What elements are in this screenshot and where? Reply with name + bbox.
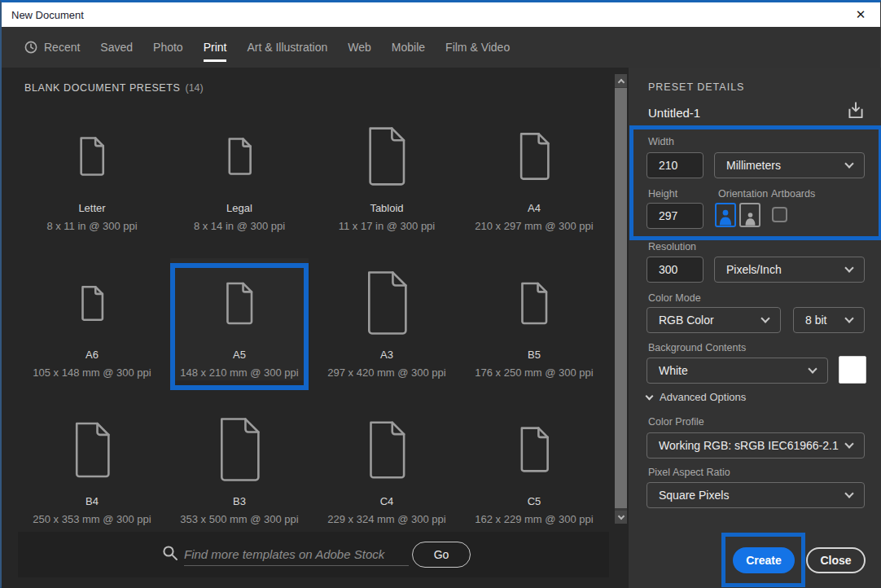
preset-tile-tabloid[interactable]: Tabloid11 x 17 in @ 300 ppi: [318, 112, 456, 234]
chevron-down-icon: [844, 159, 853, 168]
adobe-stock-search-bar: Go: [18, 532, 609, 577]
tab-label: Art & Illustration: [247, 41, 327, 54]
section-title-text: BLANK DOCUMENT PRESETS: [24, 82, 180, 94]
artboards-checkbox[interactable]: [772, 207, 787, 222]
landscape-orientation-button[interactable]: [739, 203, 760, 227]
tab-label: Recent: [44, 41, 80, 54]
background-color-swatch[interactable]: [839, 356, 866, 384]
preset-tile-c4[interactable]: C4229 x 324 mm @ 300 ppi: [318, 405, 456, 527]
create-button[interactable]: Create: [733, 547, 795, 573]
preset-dimensions: 162 x 229 mm @ 300 ppi: [475, 512, 593, 526]
preset-name: Legal: [226, 201, 252, 215]
preset-name: A5: [233, 348, 246, 362]
document-file-icon: [215, 413, 265, 486]
portrait-orientation-button[interactable]: [715, 203, 736, 227]
scroll-up-button[interactable]: [615, 74, 627, 87]
background-contents-select[interactable]: White: [647, 358, 828, 384]
resolution-input[interactable]: [647, 257, 703, 283]
resolution-label: Resolution: [648, 241, 696, 252]
preset-tile-c5[interactable]: C5162 x 229 mm @ 300 ppi: [465, 405, 603, 527]
color-profile-select[interactable]: Working RGB: sRGB IEC61966-2.1: [647, 432, 865, 459]
color-profile-label: Color Profile: [648, 416, 704, 428]
tab-photo[interactable]: Photo: [153, 27, 183, 68]
document-file-icon: [516, 131, 553, 182]
tab-print[interactable]: Print: [204, 27, 227, 68]
preset-dimensions: 210 x 297 mm @ 300 ppi: [475, 219, 593, 233]
preset-icon-area: [23, 112, 161, 201]
bit-depth-select[interactable]: 8 bit: [793, 307, 865, 333]
preset-name: B4: [85, 494, 99, 508]
chevron-down-icon: [808, 364, 817, 373]
preset-dimensions: 297 x 420 mm @ 300 ppi: [327, 366, 445, 380]
go-button[interactable]: Go: [412, 542, 471, 568]
preset-tile-letter[interactable]: Letter8 x 11 in @ 300 ppi: [23, 112, 161, 234]
preset-icon-area: [318, 258, 456, 348]
tab-label: Mobile: [392, 41, 425, 54]
background-contents-value: White: [659, 364, 809, 377]
scroll-down-button[interactable]: [615, 511, 627, 524]
search-icon: [161, 544, 179, 562]
preset-icon-area: [465, 112, 603, 201]
tab-label: Film & Video: [445, 41, 510, 54]
tab-film-video[interactable]: Film & Video: [445, 27, 510, 68]
preset-name: Tabloid: [370, 201, 403, 215]
pixel-aspect-ratio-value: Square Pixels: [659, 489, 846, 502]
tab-recent[interactable]: Recent: [24, 27, 80, 68]
tab-mobile[interactable]: Mobile: [392, 27, 425, 68]
preset-name: C4: [380, 494, 394, 508]
search-input[interactable]: [184, 543, 409, 566]
color-mode-select[interactable]: RGB Color: [647, 307, 781, 333]
tab-saved[interactable]: Saved: [100, 27, 133, 68]
pixel-aspect-ratio-select[interactable]: Square Pixels: [647, 482, 865, 508]
preset-tile-a6[interactable]: A6105 x 148 mm @ 300 ppi: [23, 258, 161, 380]
chevron-down-icon: [760, 314, 769, 323]
background-contents-label: Background Contents: [648, 342, 746, 353]
new-document-dialog: New Document ✕ RecentSavedPhotoPrintArt …: [0, 0, 881, 588]
preset-count: (14): [185, 82, 203, 94]
document-name[interactable]: Untitled-1: [648, 106, 700, 120]
document-file-icon: [77, 136, 107, 177]
preset-tile-legal[interactable]: Legal8 x 14 in @ 300 ppi: [170, 112, 309, 234]
preset-dimensions: 148 x 210 mm @ 300 ppi: [180, 366, 298, 380]
preset-details-header: PRESET DETAILS: [648, 81, 744, 93]
tab-art-illustration[interactable]: Art & Illustration: [247, 27, 327, 68]
preset-icon-area: [170, 258, 309, 348]
preset-icon-area: [318, 112, 456, 201]
preset-dimensions: 176 x 250 mm @ 300 ppi: [475, 366, 593, 380]
chevron-down-icon: [844, 314, 853, 323]
preset-name: A4: [528, 201, 541, 215]
preset-tile-b5[interactable]: B5176 x 250 mm @ 300 ppi: [465, 258, 603, 380]
unit-select[interactable]: Millimeters: [714, 152, 865, 178]
scrollbar[interactable]: [615, 74, 627, 524]
preset-name: A3: [380, 348, 393, 362]
preset-tile-b3[interactable]: B3353 x 500 mm @ 300 ppi: [170, 405, 309, 527]
preset-name: A6: [85, 348, 99, 362]
preset-dimensions: 8 x 11 in @ 300 ppi: [46, 219, 137, 233]
clock-icon: [24, 41, 37, 54]
preset-icon-area: [23, 405, 161, 494]
advanced-options-label: Advanced Options: [660, 391, 746, 403]
chevron-down-icon: [617, 512, 624, 519]
document-file-icon: [79, 283, 106, 323]
height-input[interactable]: [647, 203, 703, 229]
preset-tile-a3[interactable]: A3297 x 420 mm @ 300 ppi: [318, 258, 456, 380]
color-profile-value: Working RGB: sRGB IEC61966-2.1: [659, 439, 846, 452]
advanced-options-toggle[interactable]: Advanced Options: [647, 391, 746, 403]
tab-web[interactable]: Web: [348, 27, 371, 68]
preset-name: B5: [528, 348, 541, 362]
tab-label: Saved: [100, 41, 133, 54]
resolution-unit-select[interactable]: Pixels/Inch: [714, 257, 865, 283]
close-button[interactable]: Close: [806, 547, 866, 573]
preset-icon-area: [465, 405, 603, 494]
window-close-button[interactable]: ✕: [849, 2, 872, 27]
width-input[interactable]: [647, 152, 703, 178]
preset-name: Letter: [78, 201, 105, 215]
preset-tile-a4[interactable]: A4210 x 297 mm @ 300 ppi: [465, 112, 603, 234]
preset-tile-a5[interactable]: A5148 x 210 mm @ 300 ppi: [170, 258, 309, 380]
scrollbar-thumb[interactable]: [615, 88, 627, 508]
preset-icon-area: [23, 258, 161, 348]
save-preset-button[interactable]: [844, 99, 868, 124]
chevron-down-icon: [844, 439, 853, 448]
title-bar: New Document ✕: [2, 2, 880, 27]
preset-tile-b4[interactable]: B4250 x 353 mm @ 300 ppi: [23, 405, 161, 527]
